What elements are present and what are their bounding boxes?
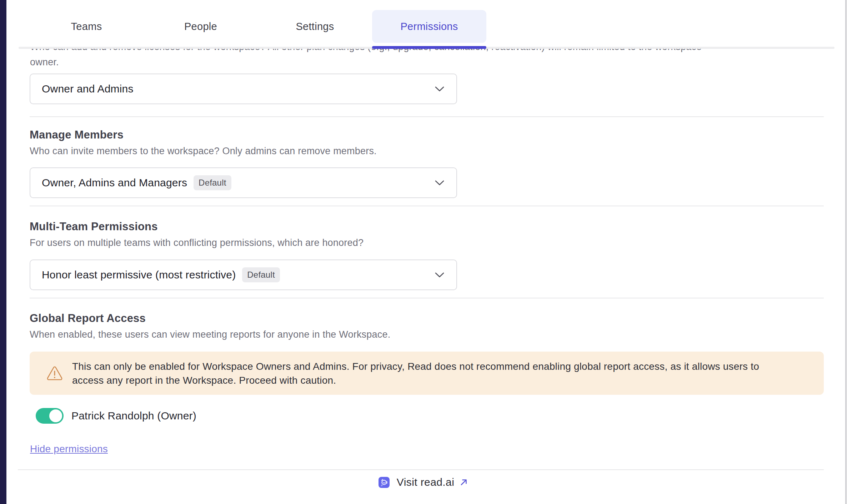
- manage-members-select-value: Owner, Admins and Managers: [42, 177, 187, 189]
- default-badge: Default: [242, 267, 280, 282]
- toggle-knob: [49, 409, 62, 422]
- hide-permissions-link[interactable]: Hide permissions: [30, 443, 108, 455]
- warning-triangle-icon: [46, 366, 63, 381]
- licenses-select[interactable]: Owner and Admins: [30, 74, 457, 104]
- multi-team-description: For users on multiple teams with conflic…: [30, 237, 364, 248]
- licenses-description-line2: owner.: [30, 56, 59, 68]
- manage-members-heading: Manage Members: [30, 128, 124, 141]
- global-report-warning-banner: This can only be enabled for Workspace O…: [30, 352, 824, 395]
- chevron-down-icon: [435, 272, 444, 278]
- multi-team-heading: Multi-Team Permissions: [30, 220, 158, 233]
- chevron-down-icon: [435, 86, 444, 92]
- arrow-up-right-icon[interactable]: [459, 478, 468, 487]
- tab-permissions[interactable]: Permissions: [372, 10, 486, 43]
- warning-text: This can only be enabled for Workspace O…: [72, 359, 759, 387]
- section-divider: [30, 116, 824, 117]
- scrollbar[interactable]: [845, 0, 847, 504]
- left-rail: [0, 0, 6, 504]
- multi-team-select-value: Honor least permissive (most restrictive…: [42, 269, 236, 281]
- tab-teams[interactable]: Teams: [29, 10, 144, 43]
- section-divider: [30, 206, 824, 206]
- read-ai-logo-icon[interactable]: [379, 477, 390, 488]
- tab-people[interactable]: People: [144, 10, 258, 43]
- global-report-description: When enabled, these users can view meeti…: [30, 329, 390, 340]
- warning-text-line2: access any report in the Workspace. Proc…: [72, 373, 759, 387]
- visit-read-ai-link[interactable]: Visit read.ai: [397, 476, 454, 488]
- footer-divider: [18, 469, 824, 470]
- active-tab-indicator: [372, 46, 486, 49]
- manage-members-select[interactable]: Owner, Admins and Managers Default: [30, 167, 457, 198]
- section-divider: [30, 298, 824, 298]
- default-badge: Default: [194, 175, 231, 190]
- manage-members-description: Who can invite members to the workspace?…: [30, 146, 377, 157]
- global-report-heading: Global Report Access: [30, 312, 146, 325]
- tab-settings[interactable]: Settings: [258, 10, 372, 43]
- licenses-select-value: Owner and Admins: [42, 83, 134, 95]
- multi-team-select[interactable]: Honor least permissive (most restrictive…: [30, 259, 457, 290]
- footer: Visit read.ai: [0, 476, 847, 488]
- workspace-permissions-page: Who can add and remove licenses for the …: [0, 0, 847, 504]
- chevron-down-icon: [435, 180, 444, 186]
- warning-text-line1: This can only be enabled for Workspace O…: [72, 359, 759, 373]
- global-report-owner-toggle[interactable]: [36, 408, 64, 424]
- tab-bar: Teams People Settings Permissions: [6, 0, 847, 47]
- global-report-toggle-label: Patrick Randolph (Owner): [71, 410, 196, 422]
